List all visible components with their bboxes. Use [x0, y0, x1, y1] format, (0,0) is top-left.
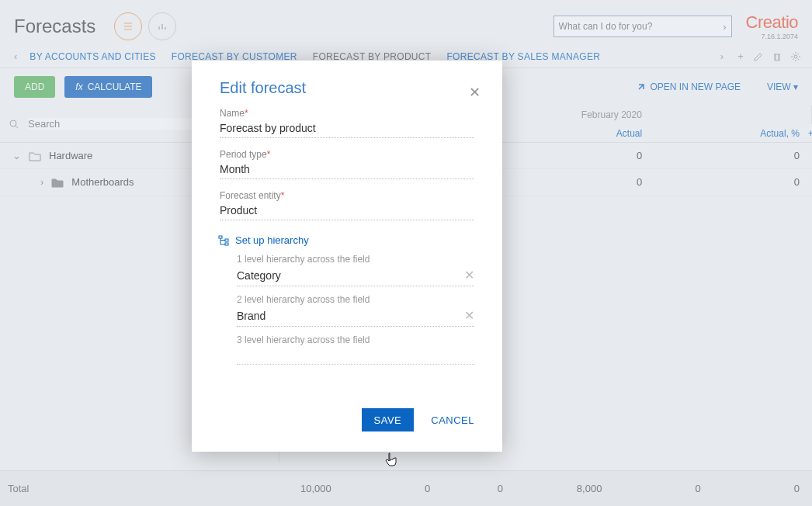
- hier-level-2-value[interactable]: Brand: [237, 310, 458, 322]
- name-label: Name*: [220, 108, 474, 119]
- close-icon[interactable]: ✕: [469, 84, 481, 101]
- svg-rect-9: [219, 236, 222, 238]
- modal-title: Edit forecast: [220, 79, 474, 97]
- hier-level-3-label: 3 level hierarchy across the field: [237, 334, 474, 345]
- edit-forecast-modal: Edit forecast ✕ Name* Period type* Forec…: [192, 61, 502, 452]
- hier-level-1-value[interactable]: Category: [237, 269, 458, 282]
- remove-icon[interactable]: ✕: [458, 308, 474, 323]
- hierarchy-icon: [218, 235, 229, 246]
- hier-level-1-label: 1 level hierarchy across the field: [237, 254, 474, 265]
- remove-icon[interactable]: ✕: [458, 268, 474, 282]
- hierarchy-link-label: Set up hierarchy: [235, 234, 309, 246]
- hier-level-3-value[interactable]: [237, 348, 474, 361]
- period-label: Period type*: [220, 149, 474, 160]
- cancel-button[interactable]: CANCEL: [431, 414, 474, 426]
- entity-input[interactable]: [220, 201, 474, 220]
- svg-rect-11: [225, 243, 228, 245]
- svg-rect-10: [225, 239, 228, 241]
- setup-hierarchy-link[interactable]: Set up hierarchy: [218, 234, 474, 246]
- entity-label: Forecast entity*: [220, 190, 474, 201]
- period-input[interactable]: [220, 160, 474, 179]
- save-button[interactable]: SAVE: [362, 408, 415, 431]
- hier-level-2-label: 2 level hierarchy across the field: [237, 294, 474, 305]
- name-input[interactable]: [220, 119, 474, 138]
